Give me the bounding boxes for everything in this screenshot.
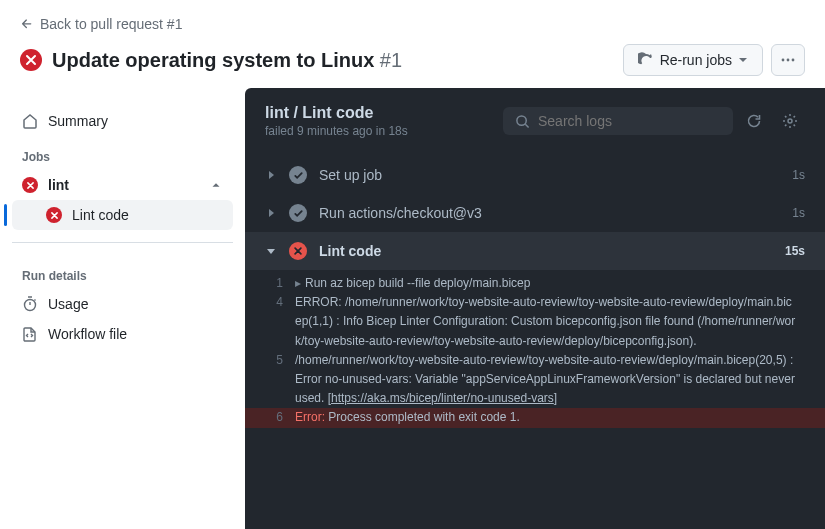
log-line: 1▸Run az bicep build --file deploy/main.… xyxy=(245,274,825,293)
status-failed-icon xyxy=(20,49,42,71)
svg-point-1 xyxy=(787,59,790,62)
log-line: 6Error: Process completed with exit code… xyxy=(245,408,825,427)
search-logs-box[interactable] xyxy=(503,107,733,135)
log-panel: lint / Lint code failed 9 minutes ago in… xyxy=(245,88,825,529)
sidebar-jobs-label: Jobs xyxy=(12,136,233,170)
step-lint-code[interactable]: Lint code 15s xyxy=(245,232,825,270)
search-icon xyxy=(515,114,530,129)
sidebar-workflow-file[interactable]: Workflow file xyxy=(12,319,233,349)
sidebar-usage[interactable]: Usage xyxy=(12,289,233,319)
step-setup-job[interactable]: Set up job 1s xyxy=(245,156,825,194)
rerun-jobs-button[interactable]: Re-run jobs xyxy=(623,44,763,76)
svg-point-4 xyxy=(517,115,526,124)
sidebar: Summary Jobs lint Lint code Run details … xyxy=(0,88,245,529)
search-input[interactable] xyxy=(538,113,721,129)
log-line: 5/home/runner/work/toy-website-auto-revi… xyxy=(245,351,825,409)
sidebar-job-step-lint-code[interactable]: Lint code xyxy=(12,200,233,230)
x-circle-icon xyxy=(289,242,307,260)
chevron-right-icon xyxy=(265,169,277,181)
file-icon xyxy=(22,326,38,342)
divider xyxy=(12,242,233,243)
settings-button[interactable] xyxy=(775,106,805,136)
caret-down-icon xyxy=(738,55,748,65)
sync-icon xyxy=(638,52,654,68)
chevron-up-icon xyxy=(209,178,223,192)
home-icon xyxy=(22,113,38,129)
sidebar-run-details-label: Run details xyxy=(12,255,233,289)
back-link-text: Back to pull request #1 xyxy=(40,16,182,32)
chevron-right-icon xyxy=(265,207,277,219)
sidebar-job-lint[interactable]: lint xyxy=(12,170,233,200)
kebab-menu-button[interactable] xyxy=(771,44,805,76)
svg-point-5 xyxy=(788,119,792,123)
sidebar-summary[interactable]: Summary xyxy=(12,106,233,136)
x-circle-icon xyxy=(22,177,38,193)
check-circle-icon xyxy=(289,166,307,184)
log-output: 1▸Run az bicep build --file deploy/main.… xyxy=(245,270,825,444)
chevron-down-icon xyxy=(265,245,277,257)
refresh-button[interactable] xyxy=(739,106,769,136)
stopwatch-icon xyxy=(22,296,38,312)
kebab-icon xyxy=(780,52,796,68)
page-title: Update operating system to Linux #1 xyxy=(52,49,402,72)
check-circle-icon xyxy=(289,204,307,222)
step-checkout[interactable]: Run actions/checkout@v3 1s xyxy=(245,194,825,232)
svg-point-2 xyxy=(792,59,795,62)
x-circle-icon xyxy=(46,207,62,223)
arrow-left-icon xyxy=(20,17,34,31)
back-to-pr-link[interactable]: Back to pull request #1 xyxy=(20,16,182,32)
detail-subtitle: failed 9 minutes ago in 18s xyxy=(265,124,408,138)
log-line: 4ERROR: /home/runner/work/toy-website-au… xyxy=(245,293,825,351)
detail-title: lint / Lint code xyxy=(265,104,408,122)
svg-point-0 xyxy=(782,59,785,62)
